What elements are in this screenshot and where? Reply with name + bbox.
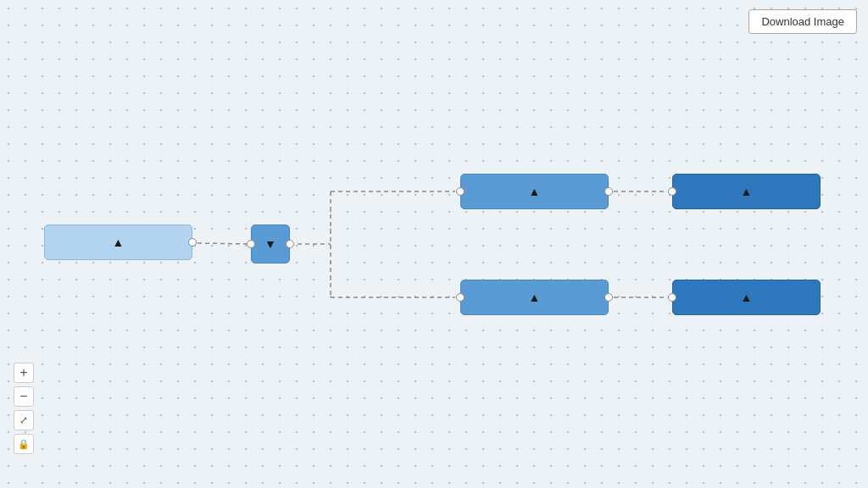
lock-button[interactable]: 🔒 xyxy=(14,434,34,454)
node-2[interactable]: ▼ xyxy=(251,225,290,263)
node-1[interactable]: ▲ xyxy=(44,225,192,260)
zoom-controls: + − ⤢ 🔒 xyxy=(14,363,34,454)
node-6-icon: ▲ xyxy=(741,291,753,304)
node-1-icon: ▲ xyxy=(113,236,125,249)
node-2-icon: ▼ xyxy=(264,237,276,251)
node-6-port-left[interactable] xyxy=(668,293,676,302)
node-5-port-left[interactable] xyxy=(668,187,676,196)
node-5[interactable]: ▲ xyxy=(672,174,821,209)
node-3-icon: ▲ xyxy=(529,185,541,198)
node-3[interactable]: ▲ xyxy=(460,174,609,209)
fit-button[interactable]: ⤢ xyxy=(14,410,34,430)
node-4[interactable]: ▲ xyxy=(460,280,609,315)
node-2-port-right[interactable] xyxy=(286,240,294,248)
node-4-port-left[interactable] xyxy=(456,293,465,302)
node-1-port-right[interactable] xyxy=(188,238,197,247)
zoom-in-button[interactable]: + xyxy=(14,363,34,383)
node-3-port-left[interactable] xyxy=(456,187,465,196)
node-4-port-right[interactable] xyxy=(604,293,613,302)
zoom-out-button[interactable]: − xyxy=(14,386,34,407)
node-4-icon: ▲ xyxy=(529,291,541,304)
node-6[interactable]: ▲ xyxy=(672,280,821,315)
node-3-port-right[interactable] xyxy=(604,187,613,196)
node-5-icon: ▲ xyxy=(741,185,753,198)
download-image-button[interactable]: Download Image xyxy=(748,9,857,34)
node-2-port-left[interactable] xyxy=(247,240,255,248)
